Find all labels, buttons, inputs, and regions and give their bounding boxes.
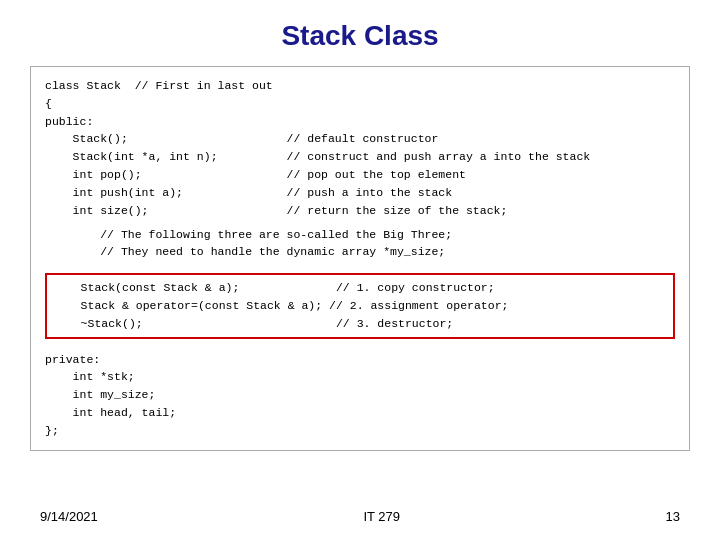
slide: Stack Class class Stack // First in last… (0, 0, 720, 540)
code-line-7: int push(int a); // push a into the stac… (45, 184, 675, 202)
code-line-13: Stack(const Stack & a); // 1. copy const… (53, 279, 667, 297)
code-line-5: Stack(int *a, int n); // construct and p… (45, 148, 675, 166)
footer-page: 13 (666, 509, 680, 524)
code-line-21: }; (45, 422, 675, 440)
code-line-1: class Stack // First in last out (45, 77, 675, 95)
code-line-17: private: (45, 351, 675, 369)
code-line-6: int pop(); // pop out the top element (45, 166, 675, 184)
footer-date: 9/14/2021 (40, 509, 98, 524)
code-line-4: Stack(); // default constructor (45, 130, 675, 148)
big-three-box: Stack(const Stack & a); // 1. copy const… (45, 273, 675, 338)
code-line-10: // The following three are so-called the… (45, 226, 675, 244)
footer-course: IT 279 (363, 509, 400, 524)
code-line-8: int size(); // return the size of the st… (45, 202, 675, 220)
code-line-11: // They need to handle the dynamic array… (45, 243, 675, 261)
code-line-18: int *stk; (45, 368, 675, 386)
code-line-20: int head, tail; (45, 404, 675, 422)
code-line-2: { (45, 95, 675, 113)
code-line-19: int my_size; (45, 386, 675, 404)
code-box: class Stack // First in last out { publi… (30, 66, 690, 451)
code-line-14: Stack & operator=(const Stack & a); // 2… (53, 297, 667, 315)
code-line-3: public: (45, 113, 675, 131)
footer: 9/14/2021 IT 279 13 (0, 509, 720, 524)
code-line-15: ~Stack(); // 3. destructor; (53, 315, 667, 333)
slide-title: Stack Class (30, 20, 690, 52)
